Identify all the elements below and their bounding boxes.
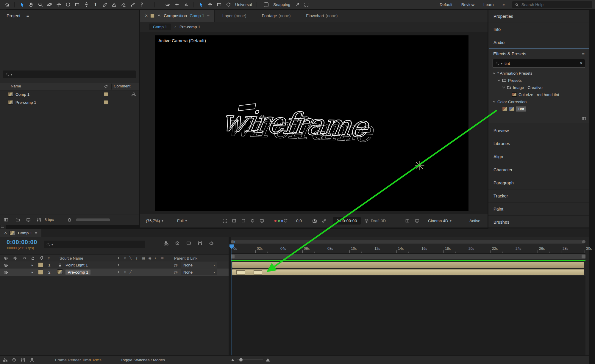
workspace-tab-learn[interactable]: Learn [479, 0, 498, 10]
home-tool[interactable] [3, 1, 11, 8]
effects-tree-item[interactable]: Color Correction [489, 98, 589, 105]
new-panel-icon[interactable] [582, 117, 586, 121]
panel-header-audio[interactable]: Audio [488, 36, 589, 49]
resolution-dropdown[interactable]: Full ▾ [177, 214, 187, 228]
interpret-footage-icon[interactable] [4, 218, 8, 222]
column-source-name[interactable]: Source Name [60, 256, 83, 260]
snapping-checkbox[interactable] [264, 2, 268, 7]
panel-header-paragraph[interactable]: Paragraph [488, 176, 589, 189]
navigator-end-handle[interactable] [582, 240, 585, 243]
parent-link-dropdown[interactable]: None▾ [181, 269, 217, 275]
effects-tree-item[interactable]: Tint [489, 105, 589, 112]
orbit-around-cursor-tool[interactable] [163, 1, 172, 8]
3d-ground-plane-icon[interactable] [405, 214, 410, 228]
search-filter-chevron[interactable]: ▾ [11, 73, 12, 76]
zoom-in-icon[interactable] [266, 358, 270, 362]
column-name[interactable]: Name [11, 84, 21, 88]
zoom-out-icon[interactable] [231, 359, 234, 361]
expand-chevron-icon[interactable]: ▸ [32, 263, 33, 267]
shy-column-icon[interactable]: ✦ [117, 256, 120, 260]
magnification-dropdown[interactable]: (76,7%) ▾ [146, 214, 163, 228]
horizontal-scrollbar[interactable] [76, 219, 110, 221]
parent-link-dropdown[interactable]: None▾ [181, 262, 217, 268]
panel-menu-icon[interactable]: ≡ [26, 13, 29, 18]
time-ruler[interactable]: 0s02s04s06s08s10s12s14s16s18s20s22s24s26… [231, 244, 585, 254]
label-column-icon[interactable] [39, 256, 43, 260]
panel-header-brushes[interactable]: Brushes [488, 216, 589, 229]
comp-flowchart-icon[interactable] [132, 92, 136, 96]
composition-mini-flowchart[interactable] [164, 241, 168, 246]
solo-column-icon[interactable] [22, 256, 27, 260]
timeline-zoom-handle[interactable] [239, 358, 243, 362]
label-column-icon[interactable] [104, 84, 108, 88]
panel-menu-icon[interactable]: ≡ [207, 13, 210, 18]
time-navigator[interactable] [231, 240, 585, 244]
project-settings-icon[interactable] [37, 218, 41, 222]
collaboration-icon[interactable] [30, 358, 34, 362]
pan-under-cursor-tool[interactable] [173, 1, 181, 8]
expand-chevron-icon[interactable] [493, 100, 496, 103]
work-area-bar[interactable] [231, 254, 585, 259]
shy-switch[interactable]: ✦ [117, 270, 120, 274]
navigator-start-handle[interactable] [231, 240, 234, 243]
gizmo-position[interactable] [206, 1, 214, 8]
expand-chevron-icon[interactable] [502, 86, 505, 89]
transparency-grid[interactable] [260, 219, 264, 223]
search-filter-chevron[interactable]: ▾ [51, 243, 53, 246]
eye-icon[interactable] [4, 263, 8, 268]
panel-header-paint[interactable]: Paint [488, 203, 589, 216]
grid-and-guides[interactable] [232, 219, 236, 223]
work-area-end-handle[interactable] [582, 255, 585, 258]
panel-menu-icon[interactable]: ≡ [35, 230, 38, 236]
tab-footage[interactable]: Footage(none) [254, 13, 298, 18]
layer-in-handle[interactable] [236, 270, 245, 274]
close-icon[interactable]: × [4, 230, 7, 236]
show-snapshot-icon[interactable] [322, 214, 327, 228]
pick-whip-icon[interactable]: @ [174, 270, 178, 274]
project-item-row[interactable]: Pre-comp 1 [0, 98, 139, 106]
toggle-switches-modes-button[interactable]: Toggle Switches / Modes [121, 358, 165, 362]
timeline-search[interactable]: ▾ [44, 241, 145, 248]
preview-time-field[interactable]: 0:00:00:00 [333, 214, 361, 228]
network-render-icon[interactable] [3, 358, 7, 362]
gizmo-rotation[interactable] [224, 1, 232, 8]
timeline-tab-comp1[interactable]: × Comp 1 ≡ [0, 229, 41, 237]
effects-tree-item[interactable]: Presets [489, 77, 589, 84]
layer-name[interactable]: Point Light 1 [65, 263, 88, 267]
collapse-column-icon[interactable]: ☀ [123, 256, 127, 260]
workspace-overflow-chevron[interactable]: » [498, 0, 509, 10]
search-filter-chevron[interactable]: ▾ [501, 62, 502, 65]
panel-menu-icon[interactable]: ≡ [582, 51, 585, 57]
playhead-line[interactable] [232, 249, 232, 356]
quality-best-switch[interactable]: ╱ [129, 270, 132, 274]
eye-column-icon[interactable] [4, 256, 8, 260]
effects-tree-item[interactable]: * Animation Presets [489, 70, 589, 77]
label-color-swatch[interactable] [38, 263, 43, 268]
region-of-interest[interactable] [250, 219, 255, 223]
breadcrumb-back-chevron[interactable]: ‹ [174, 25, 176, 29]
add-icon[interactable] [12, 358, 16, 362]
draft-3d-toggle[interactable] [175, 241, 180, 246]
breadcrumb-comp[interactable]: Comp 1 [149, 23, 171, 30]
rotation-tool[interactable] [45, 1, 54, 8]
snap-to-features-toggle[interactable] [302, 1, 310, 8]
panel-header-tracker[interactable]: Tracker [488, 189, 589, 203]
eye-icon[interactable] [4, 270, 8, 275]
panel-header-info[interactable]: Info [488, 23, 589, 36]
label-color-swatch[interactable] [104, 100, 108, 104]
graph-editor[interactable] [209, 241, 214, 246]
new-folder-icon[interactable] [15, 218, 20, 222]
label-color-swatch[interactable] [104, 92, 108, 96]
switches-icon[interactable] [21, 358, 25, 362]
shy-switch[interactable]: ✦ [117, 263, 120, 267]
help-search-input[interactable] [521, 2, 589, 7]
clone-stamp-tool[interactable] [110, 1, 118, 8]
3d-view-icon[interactable] [415, 214, 419, 228]
3d-column-icon[interactable]: ❂ [161, 256, 164, 260]
panel-header-preview[interactable]: Preview [488, 124, 589, 137]
expand-chevron-icon[interactable] [493, 72, 496, 75]
lock-column-icon[interactable] [31, 256, 35, 260]
layer-name[interactable]: Pre-comp 1 [65, 270, 90, 275]
breadcrumb-precomp[interactable]: Pre-comp 1 [179, 25, 200, 29]
column-comment[interactable]: Comment [114, 84, 130, 88]
